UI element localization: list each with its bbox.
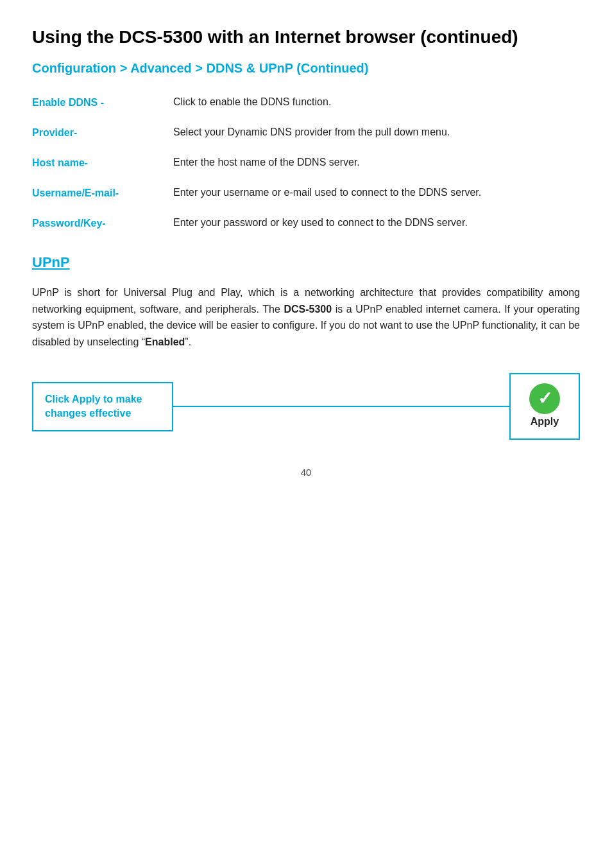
upnp-enabled-word: Enabled xyxy=(145,336,185,347)
field-row-hostname: Host name- Enter the host name of the DD… xyxy=(32,155,580,171)
apply-label: Apply xyxy=(531,414,559,430)
field-desc-username: Enter your username or e-mail used to co… xyxy=(173,185,580,200)
field-name-hostname: Host name- xyxy=(32,155,173,171)
field-name-username: Username/E-mail- xyxy=(32,185,173,201)
field-row-enable-ddns: Enable DDNS - Click to enable the DDNS f… xyxy=(32,94,580,110)
field-row-provider: Provider- Select your Dynamic DNS provid… xyxy=(32,125,580,141)
page-title: Using the DCS-5300 with an Internet brow… xyxy=(32,26,580,48)
field-name-password: Password/Key- xyxy=(32,215,173,231)
apply-button[interactable]: Apply xyxy=(509,373,580,440)
field-desc-provider: Select your Dynamic DNS provider from th… xyxy=(173,125,580,140)
apply-line xyxy=(173,406,509,407)
field-desc-enable-ddns: Click to enable the DDNS function. xyxy=(173,94,580,110)
upnp-heading: UPnP xyxy=(32,252,580,273)
section-heading: Configuration > Advanced > DDNS & UPnP (… xyxy=(32,60,580,76)
field-name-enable-ddns: Enable DDNS - xyxy=(32,94,173,110)
field-row-password: Password/Key- Enter your password or key… xyxy=(32,215,580,231)
field-name-provider: Provider- xyxy=(32,125,173,141)
apply-section: Click Apply to make changes effective Ap… xyxy=(32,373,580,440)
apply-note-box: Click Apply to make changes effective xyxy=(32,382,173,431)
field-desc-hostname: Enter the host name of the DDNS server. xyxy=(173,155,580,170)
upnp-text-3: ”. xyxy=(185,336,191,347)
field-row-username: Username/E-mail- Enter your username or … xyxy=(32,185,580,201)
page-number: 40 xyxy=(32,465,580,480)
field-table: Enable DDNS - Click to enable the DDNS f… xyxy=(32,94,580,231)
upnp-dcs-model: DCS-5300 xyxy=(284,304,332,315)
checkmark-icon xyxy=(529,383,560,414)
upnp-body: UPnP is short for Universal Plug and Pla… xyxy=(32,284,580,350)
field-desc-password: Enter your password or key used to conne… xyxy=(173,215,580,230)
